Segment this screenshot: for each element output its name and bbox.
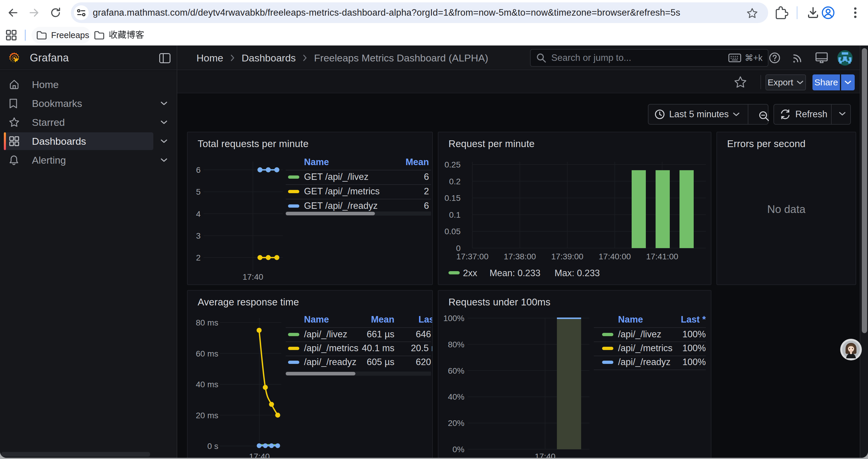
- browser-toolbar: grafana.mathmast.com/d/deytv4rwavabkb/fr…: [0, 0, 868, 25]
- dashboard-canvas: Last 5 minutes Refresh Total requests pe…: [177, 94, 860, 458]
- svg-text:0 s: 0 s: [208, 441, 218, 451]
- back-icon[interactable]: [7, 7, 19, 19]
- legend-row-separator: [286, 327, 431, 328]
- svg-text:60 ms: 60 ms: [196, 349, 218, 358]
- breadcrumb-home[interactable]: Home: [196, 52, 223, 64]
- search-input[interactable]: Search or jump to... ⌘+k: [530, 49, 769, 67]
- reload-icon[interactable]: [50, 7, 61, 19]
- chart-plot: 0.250.20.150.10.05017:37:0017:38:0017:39…: [438, 132, 711, 285]
- sidebar-item-alerting[interactable]: Alerting: [4, 151, 153, 169]
- news-rss-icon[interactable]: [792, 52, 804, 64]
- site-settings-icon[interactable]: [74, 5, 89, 20]
- group-divider: [748, 104, 748, 124]
- sidebar-item-label: Home: [32, 79, 59, 90]
- apps-grid-icon[interactable]: [6, 30, 17, 41]
- share-button[interactable]: Share: [812, 74, 840, 90]
- breadcrumb-chevron-icon: [230, 54, 235, 62]
- bookmark-folder-label: Freeleaps: [51, 30, 89, 40]
- svg-text:40 ms: 40 ms: [196, 380, 218, 389]
- downloads-icon[interactable]: [807, 6, 819, 19]
- refresh-interval-chevron-icon[interactable]: [838, 111, 846, 117]
- bookmark-folder-freeleaps[interactable]: Freeleaps: [32, 27, 91, 43]
- chevron-down-icon: [796, 80, 804, 85]
- svg-text:17:38:00: 17:38:00: [504, 252, 536, 261]
- folder-icon: [36, 30, 47, 40]
- sidebar-item-label: Alerting: [32, 155, 66, 166]
- time-range-label: Last 5 minutes: [669, 109, 729, 120]
- panel-avg-response-time[interactable]: Average response time 80 ms60 ms40 ms20 …: [187, 290, 433, 458]
- expand-chevron-icon[interactable]: [160, 120, 168, 125]
- help-icon[interactable]: [769, 52, 780, 64]
- export-button[interactable]: Export: [766, 74, 806, 90]
- horizontal-scrollbar-thumb[interactable]: [1, 452, 150, 457]
- profile-icon[interactable]: [821, 6, 835, 20]
- sidebar-item-home[interactable]: Home: [4, 76, 153, 93]
- svg-text:17:40:00: 17:40:00: [598, 252, 631, 261]
- grafana-logo-icon[interactable]: [8, 52, 20, 64]
- clock-icon: [654, 109, 665, 120]
- browser-menu-icon[interactable]: [854, 6, 857, 19]
- panel-requests-under-100ms[interactable]: Requests under 100ms 100%80%60%40%20%0%1…: [438, 290, 711, 458]
- zoom-out-icon[interactable]: [758, 110, 770, 122]
- svg-text:4: 4: [196, 209, 200, 219]
- dashboard-actions-row: Export Share: [177, 71, 860, 93]
- svg-text:17:40: 17:40: [243, 272, 263, 282]
- legend-row-separator: [286, 356, 431, 356]
- series-value: 2: [286, 186, 429, 197]
- series-value-last: 20.5 ms: [286, 343, 433, 354]
- sidebar-item-starred[interactable]: Starred: [4, 113, 153, 131]
- series-value: 100%: [594, 329, 706, 340]
- series-value: 6: [286, 201, 429, 211]
- panel-title[interactable]: Errors per second: [727, 138, 806, 150]
- search-shortcut-group: ⌘+k: [728, 50, 763, 66]
- svg-text:2: 2: [196, 253, 200, 262]
- expand-chevron-icon[interactable]: [160, 157, 168, 163]
- series-value: 100%: [594, 357, 706, 367]
- legend-scrollbar-thumb[interactable]: [286, 372, 355, 375]
- sidebar-item-label: Dashboards: [32, 136, 86, 147]
- favorite-dashboard-icon[interactable]: [734, 75, 747, 89]
- breadcrumb-dashboards[interactable]: Dashboards: [242, 52, 296, 64]
- forward-icon[interactable]: [28, 7, 40, 19]
- bookmark-folder-blogs[interactable]: [94, 27, 144, 43]
- vertical-scrollbar-thumb[interactable]: [862, 48, 867, 333]
- bookmark-star-icon[interactable]: [746, 7, 758, 19]
- time-range-picker[interactable]: Last 5 minutes: [648, 104, 769, 125]
- refresh-button[interactable]: Refresh: [773, 104, 851, 125]
- keyboard-icon: [728, 53, 741, 63]
- user-avatar[interactable]: [837, 50, 853, 66]
- expand-chevron-icon[interactable]: [160, 101, 168, 106]
- sidebar-item-dashboards[interactable]: Dashboards: [4, 132, 153, 150]
- svg-text:Max: 0.233: Max: 0.233: [555, 268, 600, 278]
- address-bar[interactable]: grafana.mathmast.com/d/deytv4rwavabkb/fr…: [71, 2, 768, 23]
- apps-icon: [9, 136, 20, 146]
- legend-row-separator: [594, 327, 706, 328]
- share-menu-button[interactable]: [841, 74, 855, 90]
- vertical-scrollbar[interactable]: [860, 45, 868, 458]
- svg-text:17:40: 17:40: [535, 452, 555, 458]
- svg-text:0.25: 0.25: [445, 160, 461, 169]
- legend-row-separator: [286, 170, 431, 170]
- svg-text:0%: 0%: [453, 445, 464, 454]
- url-text[interactable]: grafana.mathmast.com/d/deytv4rwavabkb/fr…: [93, 2, 680, 23]
- svg-text:5: 5: [196, 187, 200, 196]
- sidebar-item-bookmarks[interactable]: Bookmarks: [4, 95, 153, 112]
- bookmark-folder-label-cjk: [109, 30, 144, 40]
- legend-scrollbar-thumb[interactable]: [286, 212, 375, 215]
- svg-text:0.1: 0.1: [449, 210, 461, 220]
- expand-chevron-icon[interactable]: [160, 138, 168, 144]
- sidebar-item-label: Bookmarks: [32, 98, 82, 109]
- actions-divider: [761, 75, 761, 89]
- assistant-avatar[interactable]: [840, 339, 862, 360]
- panel-errors-per-second[interactable]: Errors per second No data: [716, 132, 856, 285]
- legend-header-mean: Mean: [286, 157, 429, 167]
- panel-request-per-minute[interactable]: Request per minute 0.250.20.150.10.05017…: [438, 132, 711, 285]
- sidebar-toggle-icon[interactable]: [159, 53, 171, 64]
- legend-row-separator: [286, 199, 431, 199]
- legend-row-separator: [286, 184, 431, 185]
- chevron-down-icon: [733, 112, 740, 117]
- monitor-icon[interactable]: [815, 52, 828, 64]
- extensions-icon[interactable]: [774, 6, 788, 20]
- search-placeholder: Search or jump to...: [551, 53, 631, 63]
- panel-total-requests[interactable]: Total requests per minute 6543217:40Name…: [187, 132, 433, 285]
